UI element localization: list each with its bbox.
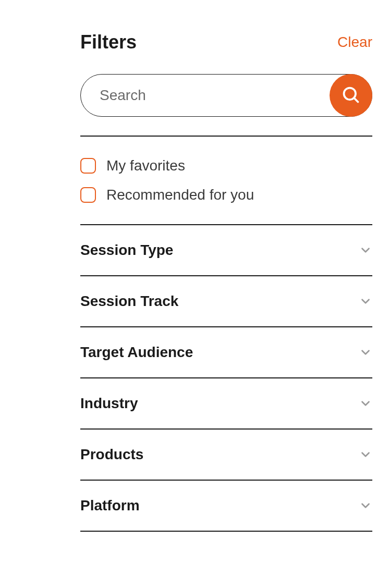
filter-title: Products [80,446,143,463]
filter-title: Industry [80,395,138,412]
filter-header-target-audience[interactable]: Target Audience [80,327,372,377]
chevron-down-icon [359,346,372,359]
checkbox-row-recommended: Recommended for you [80,187,372,203]
filter-group-products: Products [80,428,372,480]
checkbox-favorites[interactable] [80,158,96,174]
filter-group-session-type: Session Type [80,224,372,275]
chevron-down-icon [359,243,372,257]
filters-panel: Filters Clear My favorites Recommended f… [80,31,372,532]
filter-header-industry[interactable]: Industry [80,378,372,428]
filter-group-industry: Industry [80,377,372,428]
filter-group-platform: Platform [80,480,372,532]
search-button[interactable] [330,74,372,117]
filter-header-products[interactable]: Products [80,430,372,480]
filter-header-session-track[interactable]: Session Track [80,276,372,326]
filter-header-platform[interactable]: Platform [80,481,372,531]
chevron-down-icon [359,448,372,461]
filter-title: Target Audience [80,344,193,361]
filter-title: Session Type [80,242,173,259]
checkbox-section: My favorites Recommended for you [80,137,372,224]
filter-header-session-type[interactable]: Session Type [80,225,372,275]
search-icon [342,85,360,106]
checkbox-label-favorites: My favorites [106,157,185,174]
filters-header: Filters Clear [80,31,372,53]
chevron-down-icon [359,499,372,512]
search-container [80,74,372,117]
search-input[interactable] [80,74,372,117]
chevron-down-icon [359,397,372,410]
svg-line-1 [354,98,358,102]
clear-button[interactable]: Clear [337,34,372,51]
checkbox-recommended[interactable] [80,187,96,203]
filter-title: Platform [80,497,140,514]
filters-title: Filters [80,31,137,53]
filter-group-session-track: Session Track [80,275,372,326]
chevron-down-icon [359,295,372,308]
filter-group-target-audience: Target Audience [80,326,372,377]
filter-title: Session Track [80,293,178,310]
checkbox-label-recommended: Recommended for you [106,187,254,203]
checkbox-row-favorites: My favorites [80,157,372,174]
